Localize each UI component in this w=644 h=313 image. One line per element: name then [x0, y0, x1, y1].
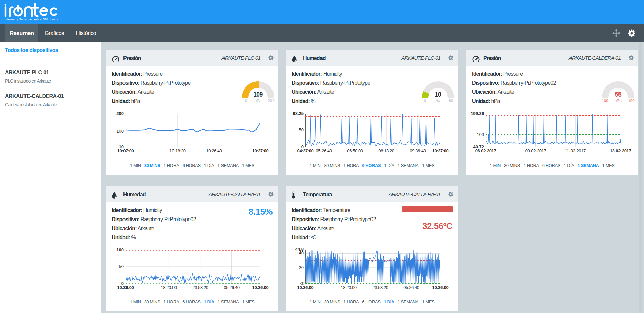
svg-text:hPa: hPa [255, 99, 262, 103]
svg-text:%: % [436, 99, 440, 103]
svg-text:190: 190 [628, 99, 634, 103]
svg-text:200: 200 [268, 99, 274, 103]
svg-text:80: 80 [449, 99, 453, 103]
svg-text:10: 10 [435, 91, 441, 98]
svg-text:109: 109 [253, 91, 263, 98]
svg-text:0: 0 [424, 99, 426, 103]
svg-text:10: 10 [243, 99, 247, 103]
svg-text:Internet y Sistemas sobre GNU/: Internet y Sistemas sobre GNU/Linux [5, 18, 58, 21]
svg-text:100: 100 [602, 99, 608, 103]
svg-text:55: 55 [615, 91, 622, 98]
svg-text:hPa: hPa [615, 99, 622, 103]
